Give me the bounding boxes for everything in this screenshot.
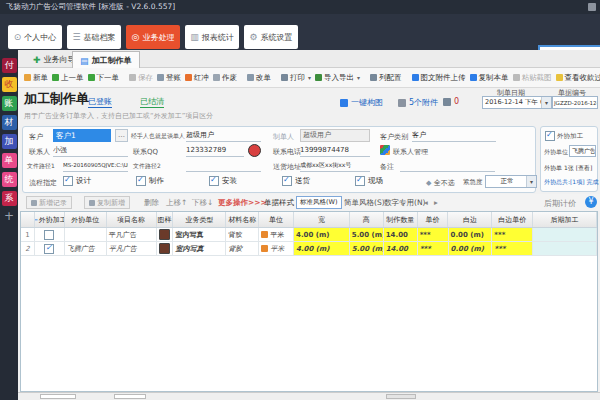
- column-header-11[interactable]: 白边: [448, 212, 492, 227]
- white-edge-price-cell[interactable]: ***: [492, 242, 533, 255]
- category-field[interactable]: 客户: [412, 129, 496, 142]
- column-header-8[interactable]: 高: [350, 212, 384, 227]
- phone-field[interactable]: 13999874478: [300, 144, 370, 157]
- toolbar-button-0[interactable]: 新单: [24, 73, 48, 83]
- delete-button[interactable]: 删除: [144, 198, 159, 208]
- outsource-cell[interactable]: [35, 228, 65, 241]
- address-field[interactable]: 成都xx区xx街xx号: [300, 159, 370, 172]
- unit-cell[interactable]: 平米: [259, 242, 294, 255]
- flow-option-3[interactable]: 送货: [282, 176, 355, 186]
- outsource-cell[interactable]: [35, 242, 65, 255]
- row-number[interactable]: 2: [21, 242, 35, 255]
- contact-field[interactable]: 小强: [53, 144, 128, 157]
- scroll-right-icon[interactable]: ▸: [434, 198, 438, 207]
- table-row[interactable]: 1平凡广告室内写真背胶平米4.00 (m)5.00 (m)14.00***0.0…: [21, 228, 597, 242]
- toolbar-button-11[interactable]: 图文附件上传: [412, 73, 466, 83]
- row-outsource-checkbox[interactable]: [44, 230, 54, 240]
- column-header-5[interactable]: 材料名称: [226, 212, 259, 227]
- flow-option-4[interactable]: 现场: [355, 176, 428, 186]
- post-process-cell[interactable]: [533, 242, 597, 255]
- toolbar-button-13[interactable]: 粘贴截图: [513, 73, 552, 83]
- sidebar-item-7[interactable]: 系: [2, 191, 17, 206]
- unit-price-cell[interactable]: ***: [418, 228, 449, 241]
- outsource-order-line[interactable]: 外协单 1张 [查看]: [544, 164, 592, 173]
- project-name-cell[interactable]: 平凡广告: [107, 228, 157, 241]
- sidebar-item-6[interactable]: 统: [2, 172, 17, 187]
- move-up-button[interactable]: 上移↑: [166, 198, 187, 208]
- toolbar-button-5[interactable]: 红冲: [185, 73, 209, 83]
- style-simple-button[interactable]: 简单风格(S): [344, 198, 385, 208]
- height-cell[interactable]: 5.00 (m): [350, 242, 384, 255]
- style-standard-button[interactable]: 标准风格(W): [296, 196, 342, 209]
- table-row[interactable]: 2飞腾广告平凡广告室内写真背胶平米4.00 (m)5.00 (m)14.00**…: [21, 242, 597, 256]
- toolbar-button-9[interactable]: 导入导出: [315, 73, 360, 83]
- white-edge-cell[interactable]: 0.00 (m): [449, 228, 493, 241]
- sidebar-item-0[interactable]: 付: [2, 58, 17, 73]
- qq-field[interactable]: 123332789: [186, 144, 244, 157]
- row-number[interactable]: 1: [21, 228, 35, 241]
- post-pricing-link[interactable]: 后期计价: [544, 198, 576, 209]
- column-header-13[interactable]: 后期加工: [533, 212, 597, 227]
- business-type-cell[interactable]: 室内写真: [173, 228, 226, 241]
- order-date-combo[interactable]: 2016-12-14 下午 6:2: [482, 96, 552, 109]
- column-header-3[interactable]: 图样: [157, 212, 174, 227]
- quantity-cell[interactable]: 14.00: [384, 242, 418, 255]
- project-name-cell[interactable]: 平凡广告: [107, 242, 157, 255]
- add-record-button[interactable]: 新增记录: [26, 196, 72, 209]
- customer-picker-button[interactable]: …: [115, 129, 128, 142]
- outsource-unit-cell[interactable]: 飞腾广告: [65, 242, 107, 255]
- material-cell[interactable]: 背胶: [226, 242, 259, 255]
- toolbar-button-2[interactable]: 下一单: [88, 73, 120, 83]
- scroll-left-icon[interactable]: ◂: [424, 198, 428, 207]
- column-header-10[interactable]: 单价: [418, 212, 449, 227]
- select-none-button[interactable]: ◆ 全不选: [426, 178, 455, 188]
- toolbar-button-7[interactable]: 改单: [247, 73, 271, 83]
- quantity-cell[interactable]: 14.00: [384, 228, 418, 241]
- toolbar-button-8[interactable]: 打印: [281, 73, 311, 83]
- sidebar-item-3[interactable]: 材: [2, 115, 17, 130]
- print-count-button[interactable]: 0: [443, 97, 459, 106]
- flow-option-2[interactable]: 安装: [209, 176, 282, 186]
- move-down-button[interactable]: 下移↓: [192, 198, 213, 208]
- chevron-down-icon[interactable]: [526, 176, 536, 187]
- order-number-field[interactable]: JGZZD-2016-12-14-002: [552, 96, 598, 109]
- column-header-0[interactable]: ←外协加工: [35, 212, 65, 227]
- copy-add-button[interactable]: 复制新增: [84, 196, 130, 209]
- remark-field[interactable]: [400, 159, 495, 172]
- attachments-button[interactable]: 5个附件: [398, 97, 438, 108]
- column-header-6[interactable]: 单位: [259, 212, 294, 227]
- sample-cell[interactable]: [157, 242, 174, 255]
- contact-manager-button[interactable]: 联系人管理: [393, 147, 428, 157]
- sidebar-item-8[interactable]: +: [2, 210, 17, 225]
- sidebar-item-2[interactable]: 账: [2, 96, 17, 111]
- nav-tab-business-processing[interactable]: ◎业务处理: [126, 25, 180, 49]
- nav-tab-system-settings[interactable]: ⚙系统设置: [244, 25, 298, 49]
- tab-processing-order[interactable]: ▤加工制作单: [72, 51, 140, 69]
- row-number-header[interactable]: [21, 212, 35, 227]
- nav-tab-report-statistics[interactable]: ▥报表统计: [185, 25, 239, 49]
- business-type-cell[interactable]: 室内写真: [173, 242, 226, 255]
- outsource-unit-combo[interactable]: 飞腾广告: [569, 145, 596, 157]
- unit-price-cell[interactable]: ***: [418, 242, 449, 255]
- style-numeric-button[interactable]: 数字专用(N): [384, 198, 425, 208]
- file-path1-field[interactable]: MS-20160905QJVE:C:\Users: [63, 159, 128, 172]
- unit-cell[interactable]: 平米: [259, 228, 294, 241]
- sidebar-item-4[interactable]: 加: [2, 134, 17, 149]
- chevron-down-icon[interactable]: [541, 97, 551, 108]
- toolbar-button-1[interactable]: 上一单: [52, 73, 84, 83]
- column-header-9[interactable]: 制作数量: [384, 212, 418, 227]
- column-header-7[interactable]: 宽: [294, 212, 350, 227]
- width-cell[interactable]: 4.00 (m): [294, 228, 350, 241]
- nav-tab-basic-archives[interactable]: ☰基础档案: [67, 25, 121, 49]
- column-header-1[interactable]: 外协单位: [65, 212, 107, 227]
- sample-cell[interactable]: [157, 228, 174, 241]
- sidebar-item-5[interactable]: 单: [2, 153, 17, 168]
- urgency-combo[interactable]: 正常: [485, 175, 537, 188]
- window-control-icon[interactable]: [588, 3, 596, 11]
- toolbar-button-3[interactable]: 保存: [129, 73, 153, 83]
- toolbar-button-12[interactable]: 复制本单: [470, 73, 509, 83]
- height-cell[interactable]: 5.00 (m): [350, 228, 384, 241]
- column-header-12[interactable]: 白边单价: [492, 212, 533, 227]
- customer-field[interactable]: 客户1: [53, 129, 111, 142]
- width-cell[interactable]: 4.00 (m): [294, 242, 350, 255]
